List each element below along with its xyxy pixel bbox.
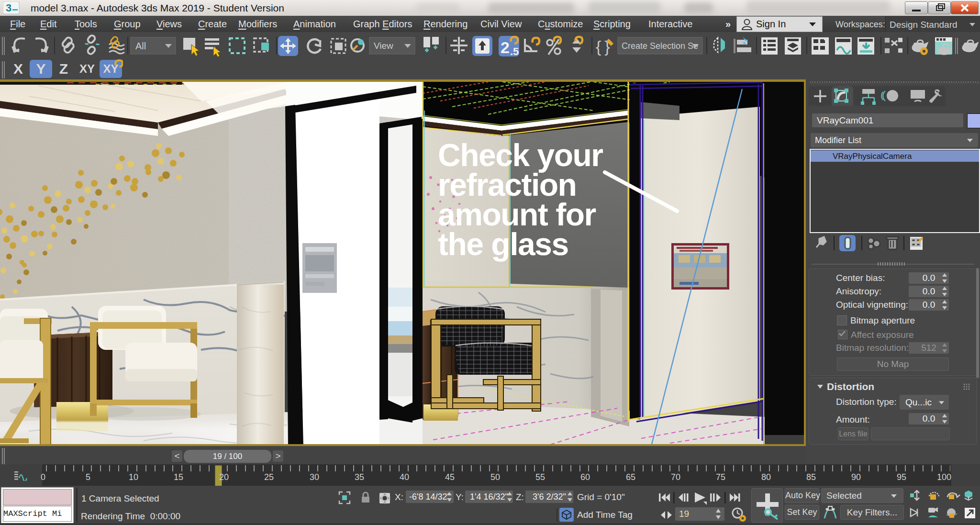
svg-text:Create Selection Se: Create Selection Se	[622, 41, 698, 51]
svg-text:3: 3	[6, 2, 11, 14]
svg-text:2: 2	[501, 38, 510, 56]
svg-text:All: All	[135, 41, 146, 51]
svg-text:.5: .5	[510, 45, 519, 57]
svg-text:View: View	[374, 41, 393, 51]
